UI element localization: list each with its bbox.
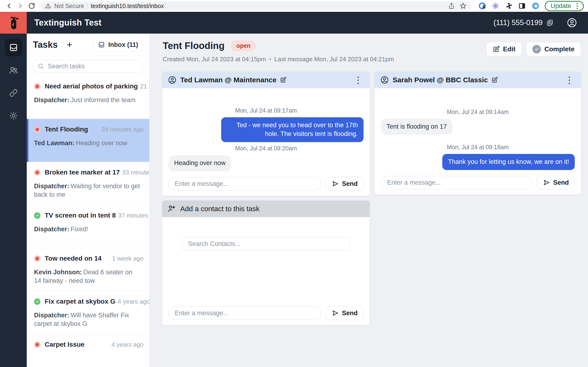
- message-timestamp: Mon, Jul 24 at 09:14am: [381, 108, 575, 115]
- message-input[interactable]: [174, 180, 316, 188]
- search-tasks-field[interactable]: [32, 60, 144, 73]
- task-title: Carpet Issue: [45, 341, 84, 348]
- back-icon[interactable]: [4, 1, 14, 11]
- task-row[interactable]: Broken tee marker at 17 33 minutes ago D…: [27, 162, 149, 205]
- message-timestamp: Mon, Jul 24 at 09:18am: [381, 144, 575, 151]
- message-input-wrapper: [168, 177, 321, 190]
- task-time: 24 minutes ago: [99, 126, 143, 133]
- task-preview: Dispatcher:Waiting for vendor to get bac…: [34, 182, 143, 199]
- task-preview-text: Heading over now: [76, 140, 127, 147]
- task-preview: Dispatcher:Fixed!: [34, 225, 143, 234]
- browser-profile-icon[interactable]: [531, 2, 539, 10]
- password-extension-icon[interactable]: [479, 2, 486, 10]
- fire-extinguisher-logo[interactable]: [0, 12, 27, 33]
- task-detail-pane: Tent Flooding open Created Mon, Jul 24 2…: [150, 33, 588, 367]
- update-label: Update: [551, 2, 571, 10]
- forward-icon[interactable]: [16, 1, 25, 11]
- edit-contact-icon[interactable]: [280, 77, 286, 83]
- url-text[interactable]: textinguish10.test/test/inbox: [91, 3, 445, 9]
- person-plus-icon: [168, 205, 176, 213]
- task-time: 4 years ago: [109, 341, 143, 348]
- search-tasks-input[interactable]: [47, 62, 139, 70]
- task-time: 37 minutes ago: [116, 212, 149, 219]
- search-contacts-input[interactable]: [188, 240, 344, 248]
- settings-extension-icon[interactable]: [492, 2, 499, 10]
- add-contact-card: Add a contact to this task: [162, 200, 370, 325]
- sidebar-item-contacts[interactable]: [5, 61, 22, 79]
- status-open-icon: [34, 126, 41, 133]
- bookmark-star-icon[interactable]: [460, 2, 467, 9]
- message-input[interactable]: [174, 309, 316, 317]
- status-open-icon: [34, 342, 41, 348]
- task-row[interactable]: Tow needed on 14 1 week ago Kevin Johnso…: [27, 248, 149, 291]
- status-complete-icon: [34, 212, 41, 219]
- user-avatar-icon[interactable]: [567, 17, 577, 28]
- task-time: 4 years ago: [115, 298, 149, 305]
- task-sender: Kevin Johnson:: [34, 269, 82, 276]
- sidebar-item-links[interactable]: [5, 84, 22, 102]
- add-task-button[interactable]: +: [64, 40, 75, 50]
- message-input-wrapper: [381, 176, 533, 189]
- last-message-timestamp: Last message Mon, Jul 24 2023 at 04:21pm: [274, 56, 394, 63]
- incoming-message-bubble: Heading over now: [168, 155, 231, 171]
- task-row[interactable]: TV screen out in tent 8 37 minutes ago D…: [27, 205, 149, 248]
- message-input-wrapper: [168, 307, 321, 320]
- warning-icon: [45, 3, 51, 9]
- search-contacts-field[interactable]: [182, 237, 350, 251]
- status-open-icon: [34, 169, 41, 176]
- contact-name-text: Sarah Powel @ BBC Classic: [393, 76, 488, 84]
- split-screen-icon[interactable]: [518, 2, 526, 10]
- task-time: 33 minutes ago: [120, 169, 149, 176]
- kebab-icon[interactable]: ⋮: [574, 2, 581, 9]
- puzzle-extension-icon[interactable]: [505, 2, 512, 10]
- edit-button[interactable]: Edit: [486, 42, 522, 56]
- message-input[interactable]: [387, 179, 527, 187]
- task-time: 1 week ago: [110, 255, 143, 262]
- task-preview-text: Fixed!: [71, 225, 88, 233]
- app-header: Textinguish Test (111) 555-0199: [0, 12, 588, 33]
- check-circle-icon: [532, 45, 541, 53]
- send-icon: [543, 179, 550, 186]
- contact-avatar-icon: [380, 76, 389, 84]
- page-title: Tent Flooding: [163, 41, 225, 51]
- copy-icon[interactable]: [546, 19, 554, 26]
- task-title: Need aerial photos of parking: [45, 83, 138, 90]
- share-icon[interactable]: [448, 3, 455, 9]
- nav-sidebar: [0, 33, 27, 367]
- outgoing-message-bubble: Ted - we need you to head over to the 17…: [221, 117, 363, 142]
- message-timestamp: Mon, Jul 24 at 09:17am: [168, 107, 363, 114]
- edit-icon: [493, 46, 500, 53]
- chat-menu-kebab-icon[interactable]: ⋮: [563, 75, 575, 84]
- task-sender: Dispatcher:: [34, 96, 69, 104]
- send-button[interactable]: Send: [537, 176, 575, 189]
- task-time: 21 minutes ago: [138, 83, 149, 90]
- address-bar[interactable]: Not Secure textinguish10.test/test/inbox: [40, 1, 471, 10]
- sidebar-item-settings[interactable]: [5, 107, 22, 124]
- dot-separator: •: [269, 57, 271, 62]
- task-row[interactable]: Need aerial photos of parking 21 minutes…: [27, 76, 149, 119]
- contact-name-text: Ted Lawman @ Maintenance: [180, 76, 277, 84]
- chat-card-sarah-powel: Sarah Powel @ BBC Classic ⋮ Mon, Jul 24 …: [375, 72, 581, 195]
- task-row-selected[interactable]: Tent Flooding 24 minutes ago Ted Lawman:…: [27, 119, 149, 162]
- chat-card-ted-lawman: Ted Lawman @ Maintenance ⋮ Mon, Jul 24 a…: [162, 72, 370, 196]
- status-open-icon: [34, 83, 41, 90]
- send-button[interactable]: Send: [326, 177, 363, 191]
- send-icon: [332, 309, 339, 317]
- sidebar-item-inbox[interactable]: [5, 39, 22, 56]
- complete-button[interactable]: Complete: [526, 42, 581, 56]
- edit-label: Edit: [503, 45, 516, 53]
- update-button[interactable]: Update ⋮: [545, 1, 584, 11]
- task-sender: Dispatcher:: [34, 183, 69, 190]
- not-secure-label: Not Secure: [54, 3, 84, 9]
- task-row[interactable]: Carpet Issue 4 years ago: [27, 334, 149, 367]
- message-timestamp: Mon, Jul 24 at 09:20am: [168, 145, 363, 152]
- reload-icon[interactable]: [27, 1, 36, 11]
- task-row[interactable]: Fix carpet at skybox G 4 years ago Dispa…: [27, 291, 149, 334]
- chat-menu-kebab-icon[interactable]: ⋮: [352, 75, 364, 84]
- search-icon: [37, 63, 44, 69]
- edit-contact-icon[interactable]: [491, 77, 498, 83]
- send-button[interactable]: Send: [326, 306, 363, 320]
- browser-toolbar: Not Secure textinguish10.test/test/inbox: [0, 0, 588, 12]
- task-preview-text: Just informed the team: [71, 96, 136, 104]
- inbox-filter-button[interactable]: Inbox (11): [93, 38, 143, 51]
